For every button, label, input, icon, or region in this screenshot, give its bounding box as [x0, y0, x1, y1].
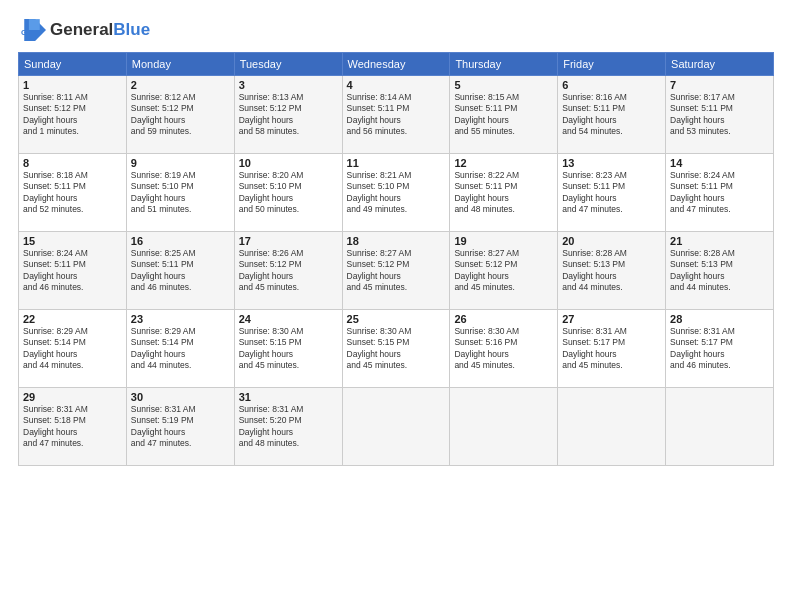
day-info: Sunrise: 8:13 AMSunset: 5:12 PMDaylight … [239, 92, 338, 138]
daylight-value: and 1 minutes. [23, 126, 79, 136]
sunrise-text: Sunrise: 8:13 AM [239, 92, 304, 102]
daylight-value: and 55 minutes. [454, 126, 514, 136]
day-info: Sunrise: 8:17 AMSunset: 5:11 PMDaylight … [670, 92, 769, 138]
day-number: 13 [562, 157, 661, 169]
day-info: Sunrise: 8:29 AMSunset: 5:14 PMDaylight … [131, 326, 230, 372]
daylight-label: Daylight hours [562, 271, 616, 281]
sunrise-text: Sunrise: 8:15 AM [454, 92, 519, 102]
day-info: Sunrise: 8:28 AMSunset: 5:13 PMDaylight … [562, 248, 661, 294]
daylight-label: Daylight hours [347, 115, 401, 125]
sunset-text: Sunset: 5:12 PM [131, 103, 194, 113]
daylight-label: Daylight hours [454, 271, 508, 281]
day-info: Sunrise: 8:20 AMSunset: 5:10 PMDaylight … [239, 170, 338, 216]
calendar-cell [666, 388, 774, 466]
day-info: Sunrise: 8:16 AMSunset: 5:11 PMDaylight … [562, 92, 661, 138]
calendar-cell: 16Sunrise: 8:25 AMSunset: 5:11 PMDayligh… [126, 232, 234, 310]
daylight-value: and 45 minutes. [347, 360, 407, 370]
calendar-cell: 15Sunrise: 8:24 AMSunset: 5:11 PMDayligh… [19, 232, 127, 310]
sunrise-text: Sunrise: 8:18 AM [23, 170, 88, 180]
sunset-text: Sunset: 5:15 PM [347, 337, 410, 347]
daylight-value: and 44 minutes. [670, 282, 730, 292]
day-info: Sunrise: 8:27 AMSunset: 5:12 PMDaylight … [454, 248, 553, 294]
day-number: 25 [347, 313, 446, 325]
sunset-text: Sunset: 5:20 PM [239, 415, 302, 425]
daylight-label: Daylight hours [562, 349, 616, 359]
day-number: 28 [670, 313, 769, 325]
sunset-text: Sunset: 5:12 PM [23, 103, 86, 113]
sunrise-text: Sunrise: 8:27 AM [454, 248, 519, 258]
day-info: Sunrise: 8:19 AMSunset: 5:10 PMDaylight … [131, 170, 230, 216]
day-info: Sunrise: 8:27 AMSunset: 5:12 PMDaylight … [347, 248, 446, 294]
calendar-week-2: 8Sunrise: 8:18 AMSunset: 5:11 PMDaylight… [19, 154, 774, 232]
sunset-text: Sunset: 5:19 PM [131, 415, 194, 425]
daylight-value: and 45 minutes. [454, 282, 514, 292]
sunset-text: Sunset: 5:14 PM [131, 337, 194, 347]
logo-blue-text: Blue [113, 20, 150, 39]
calendar-cell: 10Sunrise: 8:20 AMSunset: 5:10 PMDayligh… [234, 154, 342, 232]
daylight-label: Daylight hours [239, 271, 293, 281]
calendar-cell: 14Sunrise: 8:24 AMSunset: 5:11 PMDayligh… [666, 154, 774, 232]
daylight-label: Daylight hours [670, 271, 724, 281]
sunrise-text: Sunrise: 8:29 AM [23, 326, 88, 336]
weekday-wednesday: Wednesday [342, 53, 450, 76]
day-number: 29 [23, 391, 122, 403]
day-number: 27 [562, 313, 661, 325]
day-info: Sunrise: 8:31 AMSunset: 5:17 PMDaylight … [562, 326, 661, 372]
daylight-value: and 44 minutes. [23, 360, 83, 370]
daylight-label: Daylight hours [239, 427, 293, 437]
daylight-label: Daylight hours [23, 271, 77, 281]
sunrise-text: Sunrise: 8:28 AM [670, 248, 735, 258]
sunset-text: Sunset: 5:17 PM [670, 337, 733, 347]
calendar-cell: 25Sunrise: 8:30 AMSunset: 5:15 PMDayligh… [342, 310, 450, 388]
calendar-cell: 3Sunrise: 8:13 AMSunset: 5:12 PMDaylight… [234, 76, 342, 154]
day-number: 24 [239, 313, 338, 325]
sunset-text: Sunset: 5:11 PM [670, 181, 733, 191]
day-number: 17 [239, 235, 338, 247]
daylight-label: Daylight hours [562, 193, 616, 203]
daylight-value: and 45 minutes. [239, 360, 299, 370]
sunrise-text: Sunrise: 8:23 AM [562, 170, 627, 180]
weekday-thursday: Thursday [450, 53, 558, 76]
calendar-cell: 2Sunrise: 8:12 AMSunset: 5:12 PMDaylight… [126, 76, 234, 154]
daylight-value: and 52 minutes. [23, 204, 83, 214]
sunset-text: Sunset: 5:12 PM [454, 259, 517, 269]
sunset-text: Sunset: 5:11 PM [23, 181, 86, 191]
sunrise-text: Sunrise: 8:30 AM [347, 326, 412, 336]
sunset-text: Sunset: 5:11 PM [454, 103, 517, 113]
calendar-cell: 7Sunrise: 8:17 AMSunset: 5:11 PMDaylight… [666, 76, 774, 154]
daylight-value: and 47 minutes. [562, 204, 622, 214]
day-number: 31 [239, 391, 338, 403]
day-info: Sunrise: 8:31 AMSunset: 5:18 PMDaylight … [23, 404, 122, 450]
day-info: Sunrise: 8:30 AMSunset: 5:16 PMDaylight … [454, 326, 553, 372]
sunset-text: Sunset: 5:11 PM [562, 181, 625, 191]
sunset-text: Sunset: 5:11 PM [454, 181, 517, 191]
calendar-cell [342, 388, 450, 466]
weekday-tuesday: Tuesday [234, 53, 342, 76]
logo-icon: G [18, 16, 46, 44]
day-number: 3 [239, 79, 338, 91]
sunrise-text: Sunrise: 8:27 AM [347, 248, 412, 258]
sunrise-text: Sunrise: 8:24 AM [23, 248, 88, 258]
daylight-label: Daylight hours [131, 115, 185, 125]
day-number: 26 [454, 313, 553, 325]
daylight-value: and 45 minutes. [454, 360, 514, 370]
day-number: 4 [347, 79, 446, 91]
day-info: Sunrise: 8:31 AMSunset: 5:19 PMDaylight … [131, 404, 230, 450]
daylight-value: and 51 minutes. [131, 204, 191, 214]
daylight-value: and 46 minutes. [131, 282, 191, 292]
calendar-cell: 13Sunrise: 8:23 AMSunset: 5:11 PMDayligh… [558, 154, 666, 232]
day-number: 8 [23, 157, 122, 169]
sunrise-text: Sunrise: 8:11 AM [23, 92, 88, 102]
day-number: 22 [23, 313, 122, 325]
sunrise-text: Sunrise: 8:30 AM [454, 326, 519, 336]
calendar-cell: 20Sunrise: 8:28 AMSunset: 5:13 PMDayligh… [558, 232, 666, 310]
daylight-label: Daylight hours [131, 271, 185, 281]
sunrise-text: Sunrise: 8:31 AM [562, 326, 627, 336]
sunrise-text: Sunrise: 8:12 AM [131, 92, 196, 102]
daylight-value: and 45 minutes. [239, 282, 299, 292]
day-number: 7 [670, 79, 769, 91]
day-info: Sunrise: 8:31 AMSunset: 5:20 PMDaylight … [239, 404, 338, 450]
calendar-week-1: 1Sunrise: 8:11 AMSunset: 5:12 PMDaylight… [19, 76, 774, 154]
day-info: Sunrise: 8:24 AMSunset: 5:11 PMDaylight … [23, 248, 122, 294]
day-number: 6 [562, 79, 661, 91]
